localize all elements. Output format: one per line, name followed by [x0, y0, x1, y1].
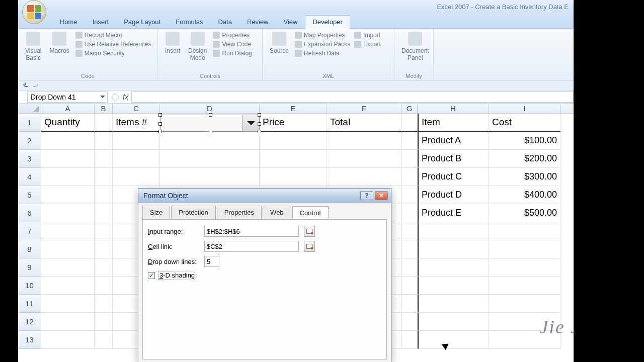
- map-properties-button[interactable]: Map Properties: [295, 32, 350, 39]
- cell[interactable]: [401, 150, 418, 168]
- design-mode-button[interactable]: Design Mode: [184, 30, 211, 80]
- cell[interactable]: [41, 132, 95, 150]
- properties-button[interactable]: Properties: [213, 32, 252, 39]
- redo-icon[interactable]: [33, 84, 38, 87]
- cell[interactable]: [327, 150, 401, 168]
- cell[interactable]: [41, 222, 95, 240]
- cell[interactable]: [401, 258, 418, 277]
- row-header[interactable]: 4: [18, 168, 41, 186]
- insert-control-button[interactable]: Insert: [161, 30, 184, 80]
- cell[interactable]: [95, 204, 113, 222]
- column-header[interactable]: H: [418, 104, 489, 113]
- cell[interactable]: Product B: [418, 150, 489, 168]
- dialog-tab-size[interactable]: Size: [142, 206, 170, 219]
- xml-source-button[interactable]: Source: [266, 30, 293, 80]
- cell[interactable]: $100.00: [489, 132, 560, 150]
- resize-handle[interactable]: [158, 122, 162, 126]
- cell[interactable]: [489, 313, 560, 331]
- cell[interactable]: [418, 222, 489, 240]
- cell[interactable]: [327, 168, 401, 186]
- cell[interactable]: [260, 132, 327, 150]
- dropdown-arrow-button[interactable]: [242, 115, 259, 131]
- resize-handle[interactable]: [209, 113, 212, 117]
- fx-label[interactable]: fx: [123, 93, 128, 101]
- range-picker-button[interactable]: [304, 226, 315, 237]
- column-header[interactable]: B: [95, 104, 113, 113]
- resize-handle[interactable]: [258, 113, 261, 117]
- column-header[interactable]: A: [41, 104, 95, 113]
- column-header[interactable]: G: [401, 104, 418, 113]
- cell[interactable]: [41, 277, 95, 295]
- cell[interactable]: [418, 331, 489, 349]
- cell[interactable]: [401, 204, 418, 222]
- row-header[interactable]: 5: [18, 186, 41, 204]
- input-range-field[interactable]: [204, 226, 299, 237]
- cell[interactable]: [489, 258, 560, 277]
- row-header[interactable]: 12: [18, 313, 41, 331]
- cell[interactable]: [95, 114, 113, 132]
- cell[interactable]: [160, 150, 260, 168]
- cell[interactable]: [95, 277, 113, 295]
- resize-handle[interactable]: [209, 130, 212, 133]
- cell[interactable]: [41, 295, 95, 313]
- cell[interactable]: [95, 222, 113, 240]
- row-header[interactable]: 2: [18, 132, 41, 150]
- cell[interactable]: [401, 132, 418, 150]
- cell[interactable]: [401, 277, 418, 295]
- cell[interactable]: Product C: [418, 168, 489, 186]
- cell[interactable]: [160, 132, 260, 150]
- undo-icon[interactable]: [23, 84, 28, 87]
- cell[interactable]: [489, 277, 560, 295]
- cell[interactable]: Cost: [489, 114, 560, 132]
- cell[interactable]: [401, 295, 418, 313]
- xml-export-button[interactable]: Export: [354, 41, 381, 48]
- cell[interactable]: [41, 204, 95, 222]
- range-picker-button[interactable]: [304, 241, 315, 252]
- cell[interactable]: [418, 240, 489, 258]
- resize-handle[interactable]: [158, 113, 162, 117]
- column-header[interactable]: D: [160, 104, 260, 113]
- view-code-button[interactable]: View Code: [213, 41, 252, 48]
- cell[interactable]: Price: [260, 114, 327, 132]
- cell[interactable]: [489, 295, 560, 313]
- row-header[interactable]: 3: [18, 150, 41, 168]
- row-header[interactable]: 10: [18, 277, 41, 295]
- cell-link-field[interactable]: [204, 241, 299, 252]
- cell[interactable]: [41, 331, 95, 349]
- cell[interactable]: Product D: [418, 186, 489, 204]
- cell[interactable]: [95, 295, 113, 313]
- ribbon-tab-page-layout[interactable]: Page Layout: [116, 15, 168, 28]
- cell[interactable]: Quantity: [41, 114, 95, 132]
- column-header[interactable]: C: [113, 104, 160, 113]
- cell[interactable]: [418, 258, 489, 277]
- ribbon-tab-home[interactable]: Home: [52, 15, 85, 28]
- cell[interactable]: $200.00: [489, 150, 560, 168]
- macros-button[interactable]: Macros: [45, 30, 73, 80]
- cell[interactable]: [327, 132, 401, 150]
- cell[interactable]: Item: [418, 114, 489, 132]
- expansion-packs-button[interactable]: Expansion Packs: [295, 41, 350, 48]
- row-header[interactable]: 11: [18, 295, 41, 313]
- 3d-shading-checkbox[interactable]: ✓: [148, 272, 155, 279]
- cell[interactable]: [160, 168, 260, 186]
- cell[interactable]: [41, 313, 95, 331]
- cell[interactable]: [401, 313, 418, 331]
- document-panel-button[interactable]: Document Panel: [397, 30, 433, 80]
- cell[interactable]: [95, 186, 113, 204]
- refresh-data-button[interactable]: Refresh Data: [295, 50, 350, 57]
- dialog-tab-protection[interactable]: Protection: [171, 206, 216, 219]
- cell[interactable]: $300.00: [489, 168, 560, 186]
- help-button[interactable]: ?: [360, 191, 373, 200]
- row-header[interactable]: 9: [18, 258, 41, 277]
- cell[interactable]: $500.00: [489, 204, 560, 222]
- form-dropdown-control[interactable]: [160, 115, 260, 132]
- row-header[interactable]: 1: [18, 114, 41, 132]
- use-relative-refs-button[interactable]: Use Relative References: [75, 41, 151, 48]
- cell[interactable]: [260, 150, 327, 168]
- row-header[interactable]: 13: [18, 331, 41, 349]
- cell[interactable]: [113, 150, 160, 168]
- cell[interactable]: [489, 240, 560, 258]
- cell[interactable]: [95, 240, 113, 258]
- formula-input[interactable]: [131, 92, 574, 103]
- row-header[interactable]: 7: [18, 222, 41, 240]
